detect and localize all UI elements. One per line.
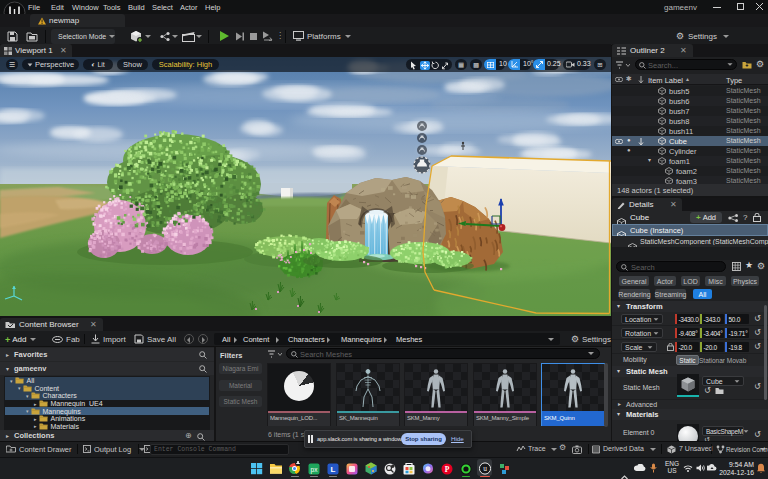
svg-text:L: L: [331, 465, 336, 474]
svg-text:px: px: [311, 466, 319, 474]
svg-text:u: u: [483, 464, 487, 473]
svg-text:P: P: [445, 465, 450, 474]
